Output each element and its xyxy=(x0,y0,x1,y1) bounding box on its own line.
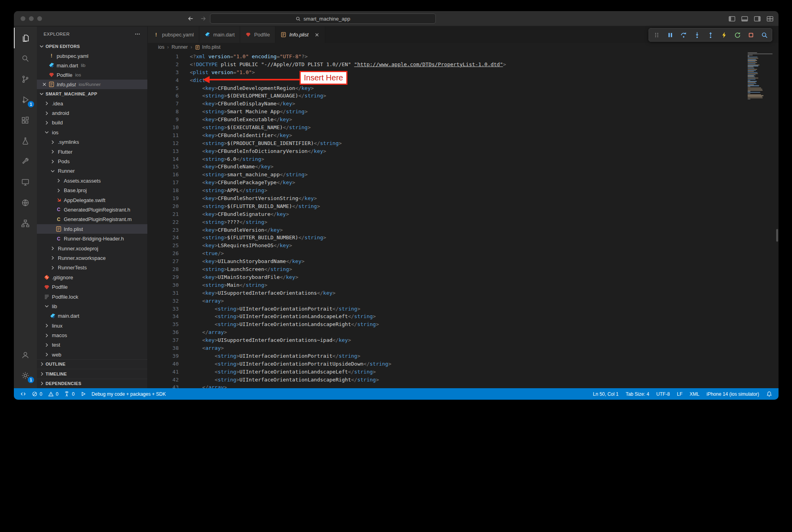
tree-item-podfile[interactable]: Podfile xyxy=(37,282,147,292)
code-line[interactable]: 26 <true/> xyxy=(148,250,779,257)
code-line[interactable]: 30 <string>Main</string> xyxy=(148,281,779,289)
inspector-icon[interactable] xyxy=(758,29,771,41)
tree-item-assets-xcassets[interactable]: Assets.xcassets xyxy=(37,176,147,185)
status-errors[interactable]: 0 xyxy=(29,388,45,400)
status-language-mode[interactable]: XML xyxy=(687,388,702,400)
toggle-secondary-sidebar-icon[interactable] xyxy=(754,15,761,23)
tree-item-runner[interactable]: Runner xyxy=(37,166,147,176)
step-out-icon[interactable] xyxy=(704,29,717,41)
code-line[interactable]: 7 <key>CFBundleDisplayName</key> xyxy=(148,100,779,108)
tree-item-runner-xcworkspace[interactable]: Runner.xcworkspace xyxy=(37,253,147,263)
code-line[interactable]: 23 <key>CFBundleVersion</key> xyxy=(148,226,779,234)
code-line[interactable]: 5 <key>CFBundleDevelopmentRegion</key> xyxy=(148,84,779,92)
code-line[interactable]: 29 <key>UIMainStoryboardFile</key> xyxy=(148,273,779,281)
hot-reload-icon[interactable] xyxy=(717,29,731,41)
open-editor-item[interactable]: Podfileios xyxy=(37,70,147,80)
status-run-button[interactable] xyxy=(78,388,88,400)
status-ports[interactable]: 0 xyxy=(61,388,77,400)
open-editor-item[interactable]: main.dartlib xyxy=(37,61,147,70)
code-line[interactable]: 32 <array> xyxy=(148,297,779,305)
activity-item-source-control[interactable] xyxy=(14,69,37,90)
code-line[interactable]: 17 <key>CFBundlePackageType</key> xyxy=(148,179,779,187)
tab-pubspec-yaml[interactable]: !pubspec.yaml xyxy=(148,27,199,43)
code-line[interactable]: 41 <string>UIInterfaceOrientationLandsca… xyxy=(148,368,779,376)
code-line[interactable]: 18 <string>APPL</string> xyxy=(148,187,779,194)
status-device-selector[interactable]: iPhone 14 (ios simulator) xyxy=(704,388,761,400)
status-encoding[interactable]: UTF-8 xyxy=(654,388,672,400)
tree-item-linux[interactable]: linux xyxy=(37,321,147,330)
code-line[interactable]: 31 <key>UISupportedInterfaceOrientations… xyxy=(148,289,779,297)
activity-item-explorer[interactable] xyxy=(14,28,37,48)
tree-item-main-dart[interactable]: main.dart xyxy=(37,311,147,321)
code-line[interactable]: 20 <string>$(FLUTTER_BUILD_NAME)</string… xyxy=(148,202,779,210)
activity-item-remote-explorer[interactable] xyxy=(14,172,37,193)
open-editor-item[interactable]: !pubspec.yaml xyxy=(37,51,147,61)
tree-item-pods[interactable]: Pods xyxy=(37,156,147,166)
status-cursor-position[interactable]: Ln 50, Col 1 xyxy=(590,388,621,400)
close-icon[interactable] xyxy=(41,82,48,87)
tree-item-lib[interactable]: lib xyxy=(37,301,147,311)
tree-item-web[interactable]: web xyxy=(37,350,147,359)
tree-item-generatedpluginregistrant-m[interactable]: CGeneratedPluginRegistrant.m xyxy=(37,215,147,224)
breadcrumb-item-runner[interactable]: Runner xyxy=(172,44,188,50)
step-over-icon[interactable] xyxy=(677,29,690,41)
tree-item-ios[interactable]: ios xyxy=(37,128,147,137)
code-line[interactable]: 2<!DOCTYPE plist PUBLIC "-//Apple//DTD P… xyxy=(148,61,779,69)
zoom-button[interactable] xyxy=(37,16,42,21)
code-line[interactable]: 33 <string>UIInterfaceOrientationPortrai… xyxy=(148,305,779,313)
activity-item-extensions[interactable] xyxy=(14,110,37,131)
code-editor[interactable]: 1<?xml version="1.0" encoding="UTF-8"?>2… xyxy=(148,51,779,388)
back-icon[interactable] xyxy=(187,15,194,22)
tree-item-symlinks[interactable]: .symlinks xyxy=(37,137,147,147)
code-line[interactable]: 10 <string>$(EXECUTABLE_NAME)</string> xyxy=(148,124,779,132)
code-line[interactable]: 15 <key>CFBundleName</key> xyxy=(148,163,779,171)
status-remote-indicator[interactable] xyxy=(18,388,29,400)
code-line[interactable]: 19 <key>CFBundleShortVersionString</key> xyxy=(148,194,779,202)
tree-item-generatedpluginregistrant-h[interactable]: CGeneratedPluginRegistrant.h xyxy=(37,205,147,214)
activity-item-hierarchy[interactable] xyxy=(14,213,37,234)
restart-icon[interactable] xyxy=(731,29,744,41)
code-line[interactable]: 13 <key>CFBundleInfoDictionaryVersion</k… xyxy=(148,147,779,155)
tree-item-gitignore[interactable]: .gitignore xyxy=(37,273,147,282)
code-line[interactable]: 3<plist version="1.0"> xyxy=(148,69,779,76)
scrollbar-thumb[interactable] xyxy=(776,229,778,242)
breadcrumb-item-ios[interactable]: ios xyxy=(158,44,164,50)
section-outline[interactable]: OUTLINE xyxy=(37,359,147,369)
forward-icon[interactable] xyxy=(200,15,206,22)
tree-item-flutter[interactable]: Flutter xyxy=(37,147,147,156)
code-line[interactable]: 14 <string>6.0</string> xyxy=(148,155,779,163)
more-actions-icon[interactable] xyxy=(134,31,141,37)
status-debug-config[interactable]: Debug my code + packages + SDK xyxy=(89,388,168,400)
minimize-button[interactable] xyxy=(29,16,34,21)
activity-item-github[interactable] xyxy=(14,193,37,213)
code-line[interactable]: 21 <key>CFBundleSignature</key> xyxy=(148,210,779,218)
tree-item-appdelegate-swift[interactable]: AppDelegate.swift xyxy=(37,195,147,205)
open-editor-item[interactable]: Info.plistios/Runner xyxy=(37,80,147,89)
toggle-primary-sidebar-icon[interactable] xyxy=(728,15,736,23)
code-line[interactable]: 8 <string>Smart Machine App</string> xyxy=(148,108,779,116)
breadcrumb-item-info-plist[interactable]: Info.plist xyxy=(195,44,221,50)
code-line[interactable]: 28 <string>LaunchScreen</string> xyxy=(148,265,779,273)
status-eol[interactable]: LF xyxy=(675,388,685,400)
status-indentation[interactable]: Tab Size: 4 xyxy=(623,388,651,400)
tree-item-macos[interactable]: macos xyxy=(37,330,147,340)
tree-item-runner-bridging-header-h[interactable]: CRunner-Bridging-Header.h xyxy=(37,234,147,243)
tab-info-plist[interactable]: Info.plist xyxy=(275,27,325,43)
code-line[interactable]: 9 <key>CFBundleExecutable</key> xyxy=(148,116,779,124)
tree-item-android[interactable]: android xyxy=(37,108,147,118)
code-line[interactable]: 36 </array> xyxy=(148,328,779,336)
code-line[interactable]: 35 <string>UIInterfaceOrientationLandsca… xyxy=(148,320,779,328)
activity-item-tools[interactable] xyxy=(14,151,37,172)
tree-item-build[interactable]: build xyxy=(37,118,147,128)
close-button[interactable] xyxy=(21,16,25,21)
code-line[interactable]: 38 <array> xyxy=(148,344,779,352)
code-line[interactable]: 12 <string>$(PRODUCT_BUNDLE_IDENTIFIER)<… xyxy=(148,139,779,147)
tree-item-base-lproj[interactable]: Base.lproj xyxy=(37,186,147,195)
code-line[interactable]: 27 <key>UILaunchStoryboardName</key> xyxy=(148,257,779,265)
tree-item-runner-xcodeproj[interactable]: Runner.xcodeproj xyxy=(37,244,147,253)
toggle-panel-icon[interactable] xyxy=(741,15,748,23)
tree-item-podfile-lock[interactable]: Podfile.lock xyxy=(37,292,147,301)
tree-item-runnertests[interactable]: RunnerTests xyxy=(37,263,147,273)
tab-podfile[interactable]: Podfile xyxy=(240,27,275,43)
code-line[interactable]: 22 <string>????</string> xyxy=(148,218,779,226)
